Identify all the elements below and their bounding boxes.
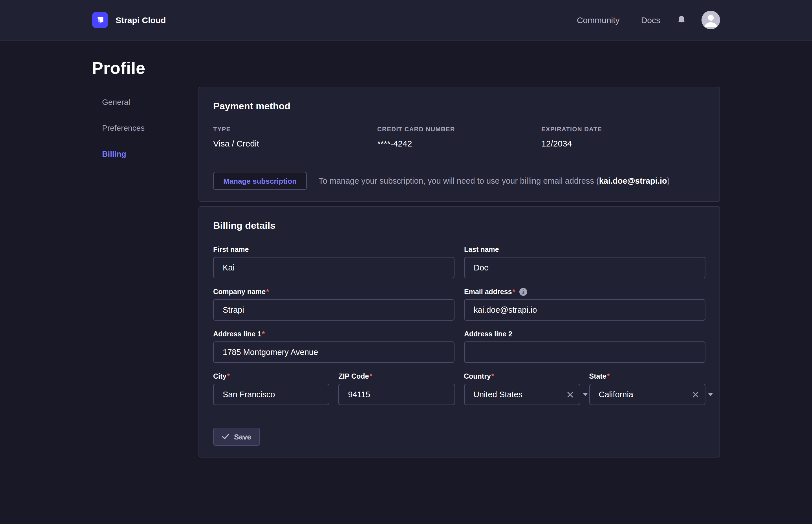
required-asterisk: * [513,288,515,296]
email-address-label: Email address*i [464,288,705,296]
address-line1-label: Address line 1* [213,330,455,339]
manage-subscription-row: Manage subscription To manage your subsc… [213,162,705,190]
sidebar-item-billing[interactable]: Billing [92,145,198,162]
address-line2-label: Address line 2 [464,330,705,339]
address-line2-field-group: Address line 2 [464,330,705,363]
required-asterisk: * [227,372,230,381]
zip-code-input[interactable] [339,384,455,405]
credit-card-number-label: CREDIT CARD NUMBER [377,126,541,132]
country-field-group: Country* United States × [464,372,580,405]
manage-subscription-button[interactable]: Manage subscription [213,172,307,190]
manage-subscription-note: To manage your subscription, you will ne… [319,176,670,185]
company-name-label: Company name* [213,288,455,296]
expiration-date-value: 12/2034 [541,138,705,148]
email-address-field-group: Email address*i [464,288,705,321]
required-asterisk: * [607,372,610,381]
address-line2-input[interactable] [464,341,705,363]
sidebar-item-preferences[interactable]: Preferences [92,119,198,136]
payment-card-number-col: CREDIT CARD NUMBER ****-4242 [377,126,541,148]
nav-link-docs[interactable]: Docs [641,15,660,25]
required-asterisk: * [491,372,494,381]
brand-name: Strapi Cloud [116,15,166,25]
save-label: Save [234,432,251,441]
last-name-field-group: Last name [464,245,705,278]
page-title: Profile [92,59,720,78]
checkmark-icon [222,434,229,440]
address-line1-input[interactable] [213,341,455,363]
email-address-input[interactable] [464,299,705,321]
country-label: Country* [464,372,580,381]
save-button[interactable]: Save [213,428,260,446]
nav-right: Community Docs [577,11,720,29]
payment-card-title: Payment method [213,101,705,112]
payment-type-col: TYPE Visa / Credit [213,126,377,148]
note-prefix: To manage your subscription, you will ne… [319,176,599,185]
payment-expiration-col: EXPIRATION DATE 12/2034 [541,126,705,148]
note-suffix: ) [667,176,670,185]
expiration-date-label: EXPIRATION DATE [541,126,705,132]
billing-email: kai.doe@strapi.io [599,176,667,185]
city-input[interactable] [213,384,330,405]
state-caret-icon[interactable] [708,393,713,396]
strapi-logo-icon [92,12,108,28]
address-line1-field-group: Address line 1* [213,330,455,363]
zip-code-field-group: ZIP Code* [339,372,455,405]
last-name-input[interactable] [464,257,705,278]
state-combobox[interactable]: California [589,384,706,405]
country-value: United States [473,390,560,399]
state-field-group: State* California × [589,372,706,405]
app-viewport: Strapi Cloud Community Docs [0,0,812,524]
billing-details-card: Billing details First name Last name [198,206,720,458]
payment-type-label: TYPE [213,126,377,132]
state-value: California [599,390,686,399]
country-caret-icon[interactable] [583,393,588,396]
company-name-field-group: Company name* [213,288,455,321]
country-combobox[interactable]: United States [464,384,580,405]
billing-card-title: Billing details [213,220,705,232]
email-info-icon[interactable]: i [519,288,527,296]
first-name-label: First name [213,245,455,254]
main-content: Profile General Preferences Billing Paym… [92,59,720,458]
country-clear-icon[interactable]: × [566,389,574,399]
content-column: Payment method TYPE Visa / Credit CREDIT… [198,87,720,458]
payment-method-card: Payment method TYPE Visa / Credit CREDIT… [198,87,720,202]
first-name-field-group: First name [213,245,455,278]
city-field-group: City* [213,372,330,405]
state-label: State* [589,372,706,381]
required-asterisk: * [266,288,269,296]
profile-sidebar: General Preferences Billing [92,87,198,171]
first-name-input[interactable] [213,257,455,278]
brand[interactable]: Strapi Cloud [92,12,166,28]
required-asterisk: * [262,330,265,339]
nav-link-community[interactable]: Community [577,15,620,25]
user-avatar[interactable] [701,11,720,29]
city-label: City* [213,372,330,381]
credit-card-number-value: ****-4242 [377,138,541,148]
state-clear-icon[interactable]: × [691,389,700,399]
required-asterisk: * [369,372,372,381]
payment-type-value: Visa / Credit [213,138,377,148]
company-name-input[interactable] [213,299,455,321]
notification-bell-icon[interactable] [677,15,686,25]
top-navbar: Strapi Cloud Community Docs [0,0,812,40]
last-name-label: Last name [464,245,705,254]
save-row: Save [213,428,705,446]
zip-code-label: ZIP Code* [339,372,455,381]
billing-form: First name Last name Company name* [213,245,705,446]
sidebar-item-general[interactable]: General [92,94,198,111]
